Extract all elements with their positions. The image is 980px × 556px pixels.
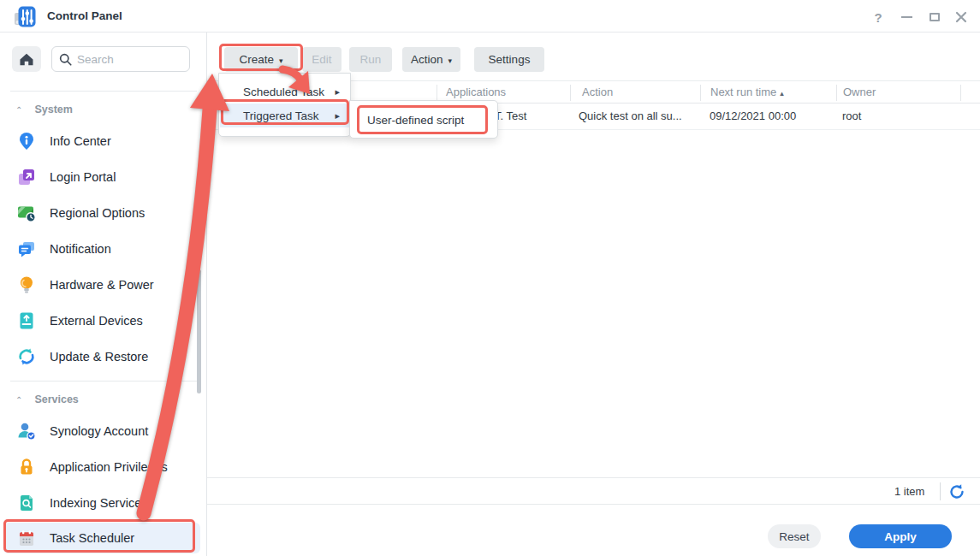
column-divider[interactable] [437, 85, 437, 101]
column-divider[interactable] [836, 85, 837, 101]
control-panel-window: Control Panel ? ⌃ System [0, 0, 980, 556]
sidebar-item-indexing-service[interactable]: Indexing Service [3, 488, 200, 518]
help-icon[interactable]: ? [867, 6, 889, 28]
sidebar-item-application-privileges[interactable]: Application Privileges [3, 452, 200, 482]
indexing-service-icon [17, 494, 36, 512]
notification-icon [17, 240, 36, 258]
column-header-action[interactable]: Action [582, 86, 613, 98]
create-button[interactable]: Create ▾ [224, 47, 298, 72]
sort-asc-icon: ▴ [780, 89, 784, 98]
item-count: 1 item [894, 485, 924, 498]
caret-down-icon: ▾ [448, 56, 453, 65]
run-button[interactable]: Run [349, 47, 392, 72]
submenu-arrow-icon: ▸ [335, 110, 340, 121]
info-center-icon [17, 132, 36, 151]
edit-button[interactable]: Edit [302, 47, 342, 72]
collapse-chevron-icon: ⌃ [15, 105, 22, 115]
triggered-task-submenu: User-defined script [349, 100, 498, 139]
synology-account-icon [17, 422, 36, 441]
submenu-arrow-icon: ▸ [335, 86, 340, 98]
login-portal-icon [17, 168, 36, 186]
apply-button[interactable]: Apply [849, 524, 952, 548]
column-divider[interactable] [960, 85, 961, 101]
status-divider [940, 482, 941, 500]
column-header-applications[interactable]: Applications [446, 86, 506, 98]
column-header-owner[interactable]: Owner [843, 86, 876, 98]
application-privileges-icon [17, 458, 36, 476]
sidebar-item-regional-options[interactable]: Regional Options [3, 198, 200, 228]
user-defined-script-menu-item[interactable]: User-defined script [351, 102, 496, 138]
settings-button[interactable]: Settings [474, 47, 544, 72]
sidebar-item-login-portal[interactable]: Login Portal [3, 162, 200, 192]
scheduled-task-menu-item[interactable]: Scheduled Task ▸ [220, 80, 350, 104]
status-bar: 1 item [207, 477, 980, 505]
create-dropdown-menu: Scheduled Task ▸ Triggered Task ▸ [218, 73, 351, 137]
column-divider[interactable] [570, 85, 571, 101]
titlebar: Control Panel ? [0, 0, 980, 33]
search-box[interactable] [51, 46, 190, 72]
sidebar-divider [10, 91, 197, 92]
home-button[interactable] [12, 46, 41, 72]
sidebar-item-info-center[interactable]: Info Center [3, 126, 200, 157]
sidebar-item-synology-account[interactable]: Synology Account [3, 416, 200, 447]
section-header-services[interactable]: ⌃ Services [0, 391, 207, 408]
sidebar-item-hardware-power[interactable]: Hardware & Power [3, 269, 200, 300]
close-icon[interactable] [950, 6, 972, 28]
cell-applications: T. Test [495, 109, 526, 122]
cell-owner: root [842, 109, 861, 122]
action-button[interactable]: Action ▾ [402, 47, 460, 72]
reset-button[interactable]: Reset [768, 524, 821, 548]
cell-next-run-time: 09/12/2021 00:00 [710, 109, 796, 122]
sidebar-scrollbar[interactable] [197, 269, 201, 393]
minimize-icon[interactable] [895, 6, 918, 28]
home-icon [19, 52, 34, 67]
triggered-task-menu-item[interactable]: Triggered Task ▸ [220, 104, 350, 127]
section-header-system[interactable]: ⌃ System [0, 101, 207, 118]
collapse-chevron-icon: ⌃ [15, 395, 22, 405]
sidebar-item-notification[interactable]: Notification [3, 234, 200, 264]
column-header-next-run-time[interactable]: Next run time▴ [710, 86, 784, 98]
sidebar-item-task-scheduler[interactable]: Task Scheduler [3, 523, 200, 553]
search-input[interactable] [77, 53, 171, 66]
hardware-power-icon [17, 275, 36, 294]
sidebar-divider [10, 381, 197, 382]
update-restore-icon [17, 347, 36, 366]
maximize-icon[interactable] [924, 6, 946, 28]
search-icon [59, 53, 72, 66]
caret-down-icon: ▾ [279, 56, 283, 65]
control-panel-app-icon [14, 5, 37, 28]
task-scheduler-icon [17, 529, 36, 547]
window-title: Control Panel [47, 9, 122, 22]
cell-action: Quick test on all su... [579, 109, 682, 122]
sidebar-item-external-devices[interactable]: External Devices [3, 305, 200, 336]
refresh-icon [948, 483, 965, 500]
sidebar: ⌃ System Info Center Login Portal [0, 33, 207, 556]
sidebar-item-update-restore[interactable]: Update & Restore [3, 341, 200, 372]
refresh-button[interactable] [948, 483, 967, 502]
regional-options-icon [17, 204, 36, 222]
external-devices-icon [17, 311, 36, 330]
column-divider[interactable] [700, 85, 701, 101]
